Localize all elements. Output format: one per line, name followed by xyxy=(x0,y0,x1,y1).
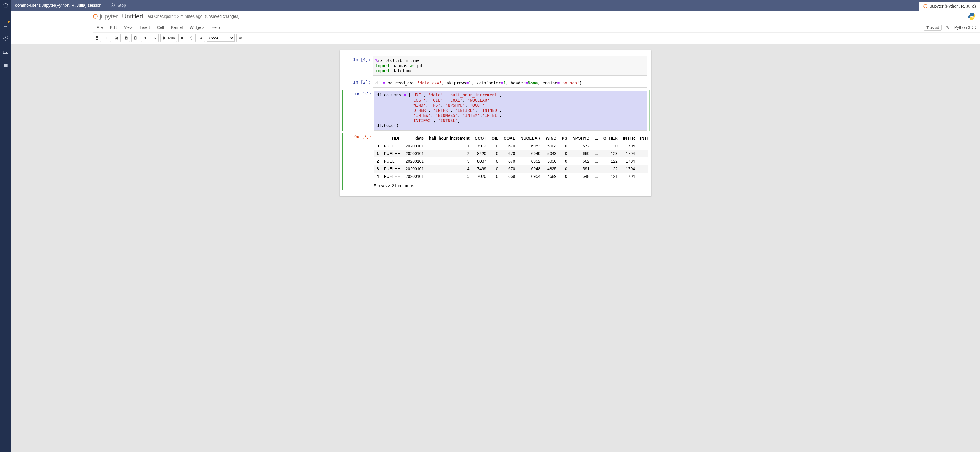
trusted-badge[interactable]: Trusted xyxy=(924,24,942,31)
insert-cell-button[interactable] xyxy=(103,34,111,42)
restart-run-all-button[interactable] xyxy=(197,34,205,42)
stop-icon xyxy=(111,3,115,7)
svg-rect-1 xyxy=(4,23,7,27)
python-logo-icon xyxy=(968,12,976,21)
menubar: File Edit View Insert Cell Kernel Widget… xyxy=(93,22,980,32)
menu-view[interactable]: View xyxy=(121,23,136,32)
menu-file[interactable]: File xyxy=(93,23,107,32)
domino-rail xyxy=(0,0,11,452)
command-palette-button[interactable]: ⌘ xyxy=(236,34,244,42)
jupyter-header: jupyter Untitled Last Checkpoint: 2 minu… xyxy=(11,11,980,44)
kernel-name: Python 3 xyxy=(955,25,970,30)
move-up-button[interactable] xyxy=(141,34,150,42)
code-input[interactable]: %matplotlib inline import pandas as pd i… xyxy=(373,56,648,76)
code-input[interactable]: df = pd.read_csv('data.csv', skiprows=1,… xyxy=(373,78,648,88)
run-label: Run xyxy=(168,36,175,40)
paste-button[interactable] xyxy=(131,34,139,42)
code-cell-3[interactable]: In [3]: df.columns = ['HDF', 'date', 'ha… xyxy=(342,89,649,131)
cut-button[interactable] xyxy=(113,34,121,42)
metrics-icon[interactable] xyxy=(2,48,9,55)
stop-button[interactable]: Stop xyxy=(106,0,131,11)
kernel-indicator[interactable]: Python 3 xyxy=(951,25,976,30)
domino-topbar: domino-user's Jupyter(Python, R, Julia) … xyxy=(11,0,980,11)
unsaved-text: (unsaved changes) xyxy=(205,14,239,19)
notebook-scroll[interactable]: In [4]: %matplotlib inline import pandas… xyxy=(11,44,980,452)
cell-type-select[interactable]: Code xyxy=(207,34,234,42)
files-icon[interactable] xyxy=(2,62,9,68)
toolbar: Run Code ⌘ xyxy=(93,32,980,44)
session-title: domino-user's Jupyter(Python, R, Julia) … xyxy=(11,0,106,11)
interrupt-button[interactable] xyxy=(178,34,186,42)
notebook-title[interactable]: Untitled xyxy=(122,13,143,20)
dataframe-shape: 5 rows × 21 columns xyxy=(374,180,648,189)
workspace-tab[interactable]: Jupyter (Python, R, Julia) xyxy=(919,2,980,11)
svg-point-4 xyxy=(924,5,927,8)
svg-rect-9 xyxy=(125,37,127,39)
svg-point-0 xyxy=(3,3,8,8)
output-cell-3: Out[3]: HDFdatehalf_hour_incrementCCGTOI… xyxy=(342,133,649,190)
menu-help[interactable]: Help xyxy=(208,23,223,32)
menu-cell[interactable]: Cell xyxy=(153,23,167,32)
code-cell-1[interactable]: In [4]: %matplotlib inline import pandas… xyxy=(342,55,649,77)
menu-widgets[interactable]: Widgets xyxy=(186,23,208,32)
menu-kernel[interactable]: Kernel xyxy=(167,23,186,32)
edit-metadata-icon[interactable]: ✎ xyxy=(944,25,951,30)
stop-label: Stop xyxy=(118,3,126,8)
kernel-status-icon xyxy=(972,26,976,29)
code-cell-2[interactable]: In [2]: df = pd.read_csv('data.csv', ski… xyxy=(342,78,649,89)
workspace-tab-label: Jupyter (Python, R, Julia) xyxy=(930,4,976,8)
menu-insert[interactable]: Insert xyxy=(136,23,153,32)
code-input[interactable]: df.columns = ['HDF', 'date', 'half_hour_… xyxy=(374,91,648,131)
out-prompt: Out[3]: xyxy=(345,133,374,189)
menu-edit[interactable]: Edit xyxy=(107,23,121,32)
svg-point-5 xyxy=(93,14,97,18)
settings-icon[interactable] xyxy=(2,35,9,42)
checkpoint-text: Last Checkpoint: 2 minutes ago xyxy=(145,14,202,19)
svg-rect-3 xyxy=(3,64,7,67)
copy-button[interactable] xyxy=(122,34,130,42)
save-button[interactable] xyxy=(93,34,101,42)
in-prompt: In [3]: xyxy=(345,91,374,131)
svg-point-2 xyxy=(5,38,6,39)
in-prompt: In [2]: xyxy=(344,78,373,88)
svg-rect-12 xyxy=(181,37,183,39)
jupyter-brand: jupyter xyxy=(100,13,118,20)
dataframe-table: HDFdatehalf_hour_incrementCCGTOILCOALNUC… xyxy=(374,134,648,180)
jupyter-logo-icon xyxy=(93,14,98,19)
move-down-button[interactable] xyxy=(151,34,159,42)
jupyter-tab-icon xyxy=(923,4,928,8)
in-prompt: In [4]: xyxy=(344,56,373,76)
output-area: HDFdatehalf_hour_incrementCCGTOILCOALNUC… xyxy=(374,133,648,189)
run-button[interactable]: Run xyxy=(161,34,177,42)
domino-logo-icon[interactable] xyxy=(2,2,9,9)
notebook: In [4]: %matplotlib inline import pandas… xyxy=(340,50,651,196)
svg-rect-8 xyxy=(126,37,127,39)
notifications-icon[interactable] xyxy=(2,22,9,28)
restart-button[interactable] xyxy=(188,34,196,42)
